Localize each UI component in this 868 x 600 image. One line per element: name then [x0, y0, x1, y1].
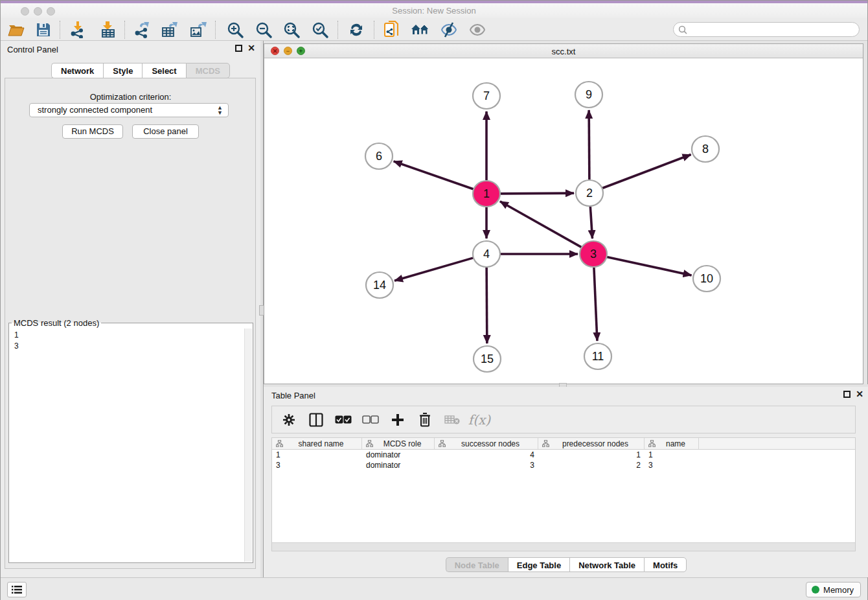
edge-3-10[interactable]	[607, 257, 692, 275]
column-header-successor-nodes[interactable]: successor nodes	[435, 438, 538, 449]
open-session-icon[interactable]	[6, 20, 27, 40]
table-row[interactable]: 1dominator411	[272, 450, 855, 460]
svg-text:14: 14	[373, 279, 386, 292]
home-icon[interactable]	[410, 20, 431, 40]
select-stepper-icon: ▲▼	[217, 105, 223, 115]
mcds-result-list[interactable]: 1 3	[9, 328, 244, 562]
network-canvas[interactable]: 7968124314101511	[264, 58, 863, 384]
zoom-selected-icon[interactable]	[310, 20, 330, 40]
column-header-MCDS-role[interactable]: MCDS role	[362, 438, 435, 449]
memory-label: Memory	[823, 585, 854, 595]
node-6[interactable]: 6	[365, 143, 393, 169]
node-2[interactable]: 2	[576, 180, 603, 206]
node-10[interactable]: 10	[693, 266, 720, 292]
status-bar: Memory	[1, 577, 867, 600]
control-panel-title: Control Panel	[7, 45, 58, 54]
node-4[interactable]: 4	[473, 241, 500, 267]
table-hscrollbar[interactable]	[272, 542, 855, 551]
settings-gear-icon[interactable]	[280, 411, 298, 429]
deselect-all-checkboxes-icon[interactable]	[361, 411, 380, 429]
run-mcds-button[interactable]: Run MCDS	[62, 124, 123, 139]
close-panel-button[interactable]: Close panel	[132, 124, 199, 139]
edge-1-2[interactable]	[500, 193, 574, 194]
table-toolbar: f(x)	[271, 406, 856, 433]
float-table-panel-icon[interactable]	[843, 391, 851, 398]
table-cell[interactable]: dominator	[362, 450, 435, 460]
network-window-titlebar[interactable]: ✕ − + scc.txt	[264, 44, 863, 58]
optimization-criterion-select[interactable]: strongly connected component ▲▼	[29, 103, 229, 117]
table-cell[interactable]: 3	[645, 460, 699, 470]
mcds-result-box: MCDS result (2 nodes) 1 3	[8, 318, 253, 563]
node-8[interactable]: 8	[692, 136, 719, 162]
table-cell[interactable]: 3	[272, 460, 362, 470]
node-7[interactable]: 7	[473, 83, 500, 109]
zoom-fit-icon[interactable]	[281, 20, 302, 40]
float-panel-icon[interactable]	[235, 45, 242, 52]
column-layout-icon[interactable]	[307, 411, 325, 429]
tab-select[interactable]: Select	[142, 63, 185, 78]
zoom-in-icon[interactable]	[225, 20, 246, 40]
node-9[interactable]: 9	[575, 82, 602, 108]
table-cell[interactable]: 3	[435, 460, 538, 470]
column-header-shared-name[interactable]: shared name	[272, 438, 362, 449]
show-hidden-icon[interactable]	[467, 20, 488, 40]
edge-1-6[interactable]	[394, 161, 474, 189]
tab-style[interactable]: Style	[103, 63, 142, 78]
export-image-icon[interactable]	[188, 20, 209, 40]
tab-motifs[interactable]: Motifs	[644, 557, 687, 572]
add-column-icon[interactable]	[389, 411, 407, 429]
table-cell[interactable]: 2	[538, 460, 645, 470]
delete-column-icon[interactable]	[416, 411, 434, 429]
select-all-checkboxes-icon[interactable]	[334, 411, 352, 429]
edge-3-11[interactable]	[594, 268, 597, 341]
edge-2-3[interactable]	[590, 207, 592, 238]
zoom-out-icon[interactable]	[253, 20, 274, 40]
titlebar[interactable]: Session: New Session	[1, 3, 867, 18]
column-header-predecessor-nodes[interactable]: predecessor nodes	[538, 438, 645, 449]
search-icon	[678, 25, 687, 34]
export-table-icon[interactable]	[159, 20, 180, 40]
table-row[interactable]: 3dominator323	[272, 460, 855, 470]
tab-mcds[interactable]: MCDS	[186, 63, 230, 78]
import-table-icon[interactable]	[98, 20, 119, 40]
node-11[interactable]: 11	[584, 343, 611, 369]
node-1[interactable]: 1	[473, 181, 500, 207]
edge-2-9[interactable]	[589, 110, 589, 179]
edge-3-1[interactable]	[500, 202, 582, 248]
column-header-name[interactable]: name	[645, 438, 699, 449]
svg-text:2: 2	[586, 187, 593, 200]
import-network-icon[interactable]	[67, 20, 88, 40]
tab-edge-table[interactable]: Edge Table	[508, 557, 569, 572]
edge-2-8[interactable]	[602, 155, 691, 189]
refresh-icon[interactable]	[346, 20, 367, 40]
function-builder-icon[interactable]: f(x)	[470, 411, 488, 429]
table-cell[interactable]: 4	[435, 450, 538, 460]
mcds-result-scrollbar[interactable]	[244, 329, 252, 562]
task-history-button[interactable]	[7, 582, 27, 597]
node-14[interactable]: 14	[366, 272, 393, 298]
svg-text:4: 4	[483, 248, 490, 260]
table-panel-title: Table Panel	[271, 391, 315, 400]
table-cell[interactable]: 1	[538, 450, 645, 460]
table-cell[interactable]: 1	[645, 450, 699, 460]
delete-table-icon[interactable]	[443, 411, 461, 429]
edge-4-15[interactable]	[486, 268, 487, 343]
node-3[interactable]: 3	[580, 241, 607, 267]
application-window: Session: New Session	[0, 0, 868, 600]
close-panel-icon[interactable]: ✕	[247, 45, 255, 52]
close-table-panel-icon[interactable]: ✕	[856, 391, 863, 398]
tab-network-table[interactable]: Network Table	[569, 557, 644, 572]
save-session-icon[interactable]	[33, 20, 54, 40]
tab-node-table[interactable]: Node Table	[446, 557, 508, 572]
clone-network-icon[interactable]	[382, 20, 402, 40]
search-input[interactable]	[673, 22, 860, 37]
table-cell[interactable]: 1	[272, 450, 362, 460]
memory-button[interactable]: Memory	[806, 582, 861, 597]
node-15[interactable]: 15	[474, 346, 501, 372]
table-cell[interactable]: dominator	[362, 460, 435, 470]
toolbar-separator	[60, 21, 60, 39]
hide-selected-icon[interactable]	[439, 20, 459, 40]
export-network-icon[interactable]	[131, 20, 152, 40]
tab-network[interactable]: Network	[51, 63, 103, 78]
edge-4-14[interactable]	[394, 258, 474, 281]
